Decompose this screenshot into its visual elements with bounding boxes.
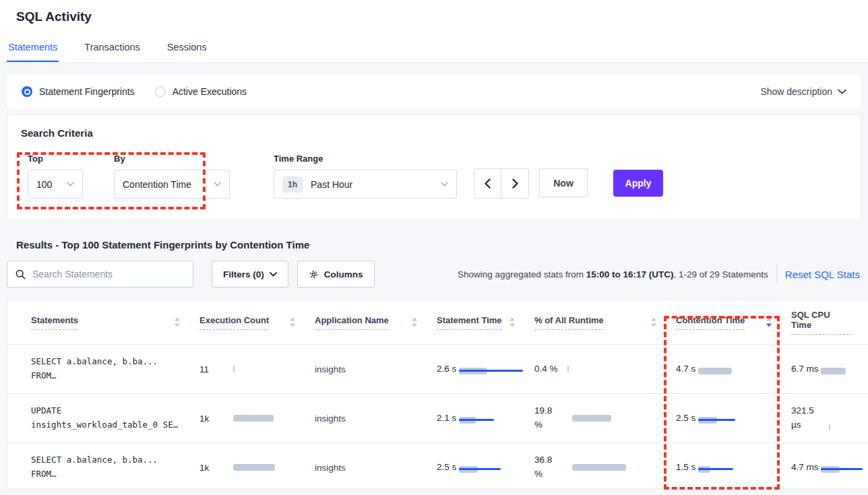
contention-time-cell: 4.7 s	[676, 362, 791, 376]
results-toolbar: Filters (0) Columns Showing aggregated s…	[7, 261, 861, 288]
table-row: SELECT a.balance, b.ba... FROM… 11 insig…	[7, 344, 868, 393]
time-range-field-group: Time Range 1h Past Hour	[274, 154, 457, 199]
search-statements-box	[7, 261, 193, 288]
by-select[interactable]: Contention Time	[114, 170, 230, 199]
metric-bar	[829, 424, 830, 430]
by-field-group: By Contention Time	[114, 154, 230, 199]
tab-sessions[interactable]: Sessions	[166, 36, 208, 62]
time-range-select[interactable]: 1h Past Hour	[274, 170, 457, 199]
radio-active-executions[interactable]: Active Executions	[155, 86, 247, 97]
sql-cpu-time-cell: 321.5 µs	[791, 404, 868, 432]
sql-activity-page: SQL Activity Statements Transactions Ses…	[0, 0, 868, 495]
statement-fingerprint-link[interactable]: SELECT a.balance, b.ba... FROM…	[31, 355, 199, 383]
sort-icon	[509, 317, 516, 327]
statement-fingerprint-link[interactable]: SELECT a.balance, b.ba... FROM…	[31, 453, 199, 481]
column-header-contention-time[interactable]: Contention Time	[676, 315, 791, 330]
results-heading: Results - Top 100 Statement Fingerprints…	[16, 239, 861, 251]
metric-bar	[821, 466, 840, 473]
table-header-row: Statements Execution Count Application N…	[7, 300, 868, 344]
metric-bar	[459, 368, 487, 374]
apply-button[interactable]: Apply	[613, 170, 663, 197]
search-statements-input[interactable]	[32, 269, 185, 279]
statement-time-cell: 2.5 s	[437, 461, 534, 475]
column-header-application-name[interactable]: Application Name	[315, 315, 437, 330]
application-name-cell: insights	[315, 364, 437, 374]
chevron-right-icon	[512, 178, 518, 189]
metric-bar	[459, 417, 476, 424]
chevron-down-icon	[838, 89, 846, 94]
metric-bar	[572, 415, 611, 422]
metric-bar	[698, 466, 710, 473]
metric-bar	[233, 464, 275, 471]
time-range-badge: 1h	[282, 176, 303, 193]
statement-time-cell: 2.6 s	[437, 362, 534, 376]
time-range-step-group	[474, 168, 529, 199]
gear-icon	[309, 269, 319, 279]
sort-icon	[650, 317, 657, 327]
sort-icon	[289, 317, 296, 327]
metric-bar	[567, 366, 569, 372]
contention-time-cell: 1.5 s	[676, 461, 791, 475]
execution-count-cell: 11	[199, 364, 315, 374]
top-field-group: Top 100	[28, 154, 83, 199]
sort-icon	[174, 317, 181, 327]
radio-statement-fingerprints[interactable]: Statement Fingerprints	[22, 86, 135, 97]
metric-bar	[698, 368, 732, 374]
contention-time-cell: 2.5 s	[676, 411, 791, 426]
reset-sql-stats-link[interactable]: Reset SQL Stats	[785, 269, 860, 280]
filters-button[interactable]: Filters (0)	[212, 261, 288, 288]
statement-fingerprint-link[interactable]: UPDATE insights_workload_table_0 SE…	[31, 404, 199, 432]
sort-icon	[411, 317, 418, 327]
chevron-down-icon	[441, 182, 448, 187]
statement-time-cell: 2.1 s	[437, 411, 534, 426]
show-description-toggle[interactable]: Show description	[760, 86, 846, 97]
filters-button-label: Filters (0)	[223, 269, 264, 279]
metric-bar	[459, 466, 478, 473]
show-description-label: Show description	[760, 86, 832, 97]
metric-bar	[698, 417, 717, 424]
metric-bar	[233, 415, 274, 422]
sort-desc-active-icon	[766, 317, 772, 327]
execution-count-cell: 1k	[199, 414, 315, 424]
page-title: SQL Activity	[0, 0, 868, 24]
column-header-pct-runtime[interactable]: % of All Runtime	[534, 315, 676, 330]
application-name-cell: insights	[315, 463, 437, 473]
search-icon	[16, 269, 26, 279]
radio-label: Active Executions	[173, 86, 247, 97]
pct-runtime-cell: 19.8 %	[534, 404, 676, 432]
toolbar-divider	[776, 264, 777, 284]
chevron-left-icon	[485, 178, 491, 189]
execution-count-cell: 1k	[199, 463, 315, 473]
application-name-cell: insights	[315, 414, 437, 424]
sql-cpu-time-cell: 6.7 ms	[791, 362, 868, 376]
search-criteria-heading: Search Criteria	[21, 127, 847, 139]
page-header: SQL Activity Statements Transactions Ses…	[0, 0, 868, 63]
table-row: SELECT a.balance, b.ba... FROM… 1k insig…	[7, 442, 868, 489]
top-label: Top	[28, 154, 83, 164]
metric-bar	[821, 368, 846, 374]
by-label: By	[114, 154, 230, 164]
top-select[interactable]: 100	[28, 170, 83, 199]
next-time-button[interactable]	[501, 169, 528, 198]
metric-bar	[233, 366, 235, 372]
tab-transactions[interactable]: Transactions	[83, 36, 141, 62]
time-range-label: Time Range	[274, 154, 457, 164]
view-toggle-bar: Statement Fingerprints Active Executions…	[7, 74, 861, 109]
columns-button[interactable]: Columns	[297, 261, 375, 288]
pct-runtime-cell: 0.4 %	[534, 362, 676, 376]
statements-table: Statements Execution Count Application N…	[7, 300, 868, 489]
chevron-down-icon	[270, 272, 277, 277]
radio-selected-icon	[22, 86, 32, 97]
column-header-sql-cpu-time[interactable]: SQL CPU Time	[791, 310, 868, 335]
chevron-down-icon	[214, 182, 221, 187]
column-header-statement-time[interactable]: Statement Time	[437, 315, 534, 330]
pct-runtime-cell: 36.8 %	[534, 453, 676, 482]
radio-unselected-icon	[155, 86, 166, 97]
column-header-execution-count[interactable]: Execution Count	[199, 315, 315, 330]
tab-statements[interactable]: Statements	[7, 36, 59, 62]
prev-time-button[interactable]	[474, 169, 501, 198]
sql-cpu-time-cell: 4.7 ms	[791, 461, 868, 475]
now-button[interactable]: Now	[539, 168, 588, 197]
column-header-statements[interactable]: Statements	[31, 315, 199, 330]
stats-summary: Showing aggregated stats from 15:00 to 1…	[458, 269, 768, 279]
